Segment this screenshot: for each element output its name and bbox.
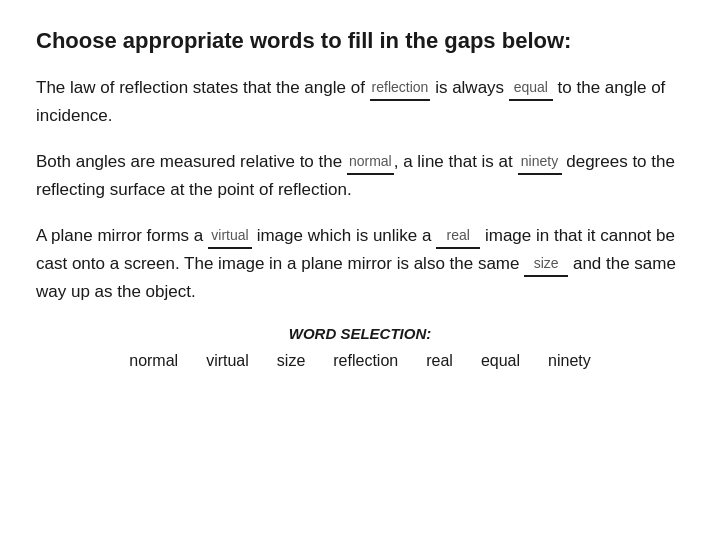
- paragraph-p2: Both angles are measured relative to the…: [36, 148, 684, 204]
- word-option-size[interactable]: size: [277, 352, 305, 370]
- filled-blank-virtual: virtual: [208, 224, 252, 249]
- filled-blank-equal: equal: [509, 76, 553, 101]
- word-option-ninety[interactable]: ninety: [548, 352, 591, 370]
- word-list: normalvirtualsizereflectionrealequalnine…: [36, 352, 684, 370]
- word-selection-label: WORD SELECTION:: [36, 325, 684, 342]
- word-option-real[interactable]: real: [426, 352, 453, 370]
- paragraph-p1: The law of reflection states that the an…: [36, 74, 684, 130]
- word-option-virtual[interactable]: virtual: [206, 352, 249, 370]
- filled-blank-size: size: [524, 252, 568, 277]
- word-option-equal[interactable]: equal: [481, 352, 520, 370]
- filled-blank-real: real: [436, 224, 480, 249]
- paragraph-p3: A plane mirror forms a virtual image whi…: [36, 222, 684, 306]
- word-option-normal[interactable]: normal: [129, 352, 178, 370]
- page-title: Choose appropriate words to fill in the …: [36, 28, 684, 54]
- filled-blank-normal: normal: [347, 150, 394, 175]
- word-option-reflection[interactable]: reflection: [333, 352, 398, 370]
- filled-blank-reflection: reflection: [370, 76, 431, 101]
- filled-blank-ninety: ninety: [518, 150, 562, 175]
- word-selection-section: WORD SELECTION: normalvirtualsizereflect…: [36, 325, 684, 370]
